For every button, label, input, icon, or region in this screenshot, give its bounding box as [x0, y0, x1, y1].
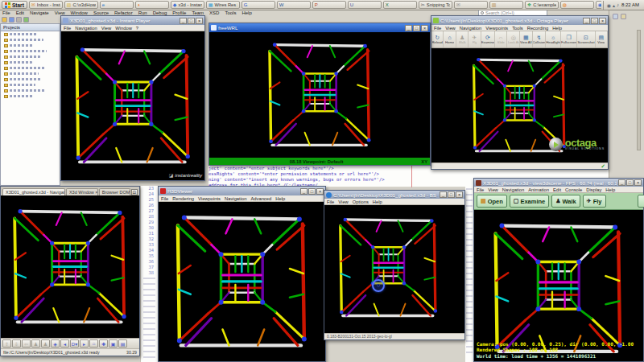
freewrl-viewport[interactable] — [209, 32, 430, 158]
menu-item[interactable]: File — [434, 26, 441, 31]
taskbar-window-button[interactable]: ▥ — [489, 1, 523, 9]
menu-item[interactable]: Navigation — [502, 187, 524, 192]
taskbar-window-button[interactable]: ▦ Wires Res [... — [206, 1, 240, 9]
tray-icon[interactable]: ♪ — [617, 2, 619, 8]
menu-item[interactable]: Help — [242, 10, 251, 16]
taskbar-window-button[interactable]: ✉ — [454, 1, 488, 9]
octaga-tool-button[interactable]: ⇔ Slide — [495, 31, 507, 47]
window-control-button[interactable]: _ — [440, 191, 447, 198]
menu-item[interactable]: Animation — [528, 187, 549, 192]
window-control-button[interactable]: × — [196, 18, 203, 24]
tree-item[interactable] — [1, 65, 60, 71]
tree-item[interactable] — [1, 71, 60, 76]
menu-item[interactable]: File — [327, 200, 334, 204]
taskbar-window-button[interactable]: ◗ — [135, 1, 169, 9]
menu-item[interactable]: Help — [373, 200, 382, 204]
taskbar-window-button[interactable]: ▨ C:\x3dHowto... — [64, 1, 98, 9]
taskbar-window-button[interactable]: ◍ — [560, 1, 594, 9]
octaga-tool-button[interactable]: ⌂ Home — [444, 31, 456, 47]
menu-item[interactable]: Navigation — [460, 26, 481, 31]
window-control-button[interactable]: × — [316, 188, 324, 195]
menu-item[interactable]: Options — [353, 200, 369, 204]
outline-view-icon[interactable] — [613, 14, 618, 19]
window-control-button[interactable]: □ — [308, 188, 316, 195]
cut-off-button[interactable] — [638, 195, 644, 208]
octaga-tool-button[interactable]: ◎ Look At — [507, 31, 519, 47]
tree-item[interactable] — [1, 31, 60, 37]
nav-mode-button[interactable]: ✈ Fly — [583, 195, 606, 208]
nav-mode-button[interactable]: ♟ Walk — [551, 195, 580, 208]
tree-item[interactable] — [1, 60, 60, 65]
octaga-titlebar[interactable]: C:\Users\jln\Desktop\X3D01_ghosted.x3d -… — [431, 16, 608, 25]
window-control-button[interactable]: × — [456, 191, 463, 198]
octaga-tool-button[interactable]: ❒ Fullscreen — [561, 31, 577, 47]
tree-item[interactable] — [1, 93, 60, 99]
save-icon[interactable] — [9, 17, 14, 23]
octaga-tool-button[interactable]: ▤ View — [596, 31, 608, 47]
octaga-tool-button[interactable]: ▦ View All — [520, 31, 533, 47]
nav-mode-button[interactable]: ▤ Open — [477, 195, 507, 208]
menu-item[interactable]: Tools — [512, 26, 523, 31]
run-icon[interactable] — [23, 17, 29, 23]
octaga-tool-button[interactable]: ⊡ Screenshot — [577, 31, 595, 47]
window-control-button[interactable]: _ — [405, 25, 412, 31]
tray-icon[interactable]: ◉ — [607, 2, 611, 8]
start-button[interactable]: Start — [2, 1, 27, 9]
taskbar-window-button[interactable]: G — [242, 1, 275, 9]
window-control-button[interactable]: □ — [413, 25, 420, 31]
bscontact-titlebar[interactable]: C:\Users\jln\Desktop\X3D01_ghosted.x3d -… — [324, 191, 464, 199]
window-control-button[interactable]: × — [634, 179, 642, 186]
menu-item[interactable]: Rendering — [172, 196, 194, 201]
octaga-viewport[interactable]: octaga VISUAL SOLUTIONS — [431, 48, 608, 162]
menu-item[interactable]: View — [488, 187, 497, 192]
h3dviewer-titlebar[interactable]: H3DViewer _□× — [159, 187, 325, 195]
taskbar-window-button[interactable]: U — [348, 1, 382, 9]
window-control-button[interactable]: □ — [591, 18, 598, 24]
nav-mode-button[interactable]: ⇦ — [22, 339, 31, 348]
menu-item[interactable]: Console — [565, 187, 582, 192]
viewer-tab[interactable]: X3D01_ghosted.x3d - Navigator — [2, 188, 65, 195]
menu-item[interactable]: Help — [275, 196, 285, 201]
window-control-button[interactable]: □ — [626, 179, 634, 186]
octaga-tool-button[interactable]: ⟳ Examine — [481, 31, 495, 47]
menu-item[interactable]: File — [477, 187, 484, 192]
window-control-button[interactable]: × — [421, 25, 428, 31]
view3dscene-titlebar[interactable]: X3D01_ghosted.x3d - view3dscene - FPS : … — [474, 179, 643, 187]
nav-mode-button[interactable]: ⇩ — [12, 339, 21, 348]
nav-mode-button[interactable]: ✚ — [99, 339, 108, 348]
taskbar-window-button[interactable]: P — [312, 1, 346, 9]
menu-item[interactable]: File — [2, 10, 10, 16]
taskbar-window-button[interactable]: ✉ Inbox - Insta... — [29, 1, 63, 9]
bscontact-viewport[interactable] — [324, 205, 464, 333]
nav-mode-button[interactable]: ▤ — [118, 339, 127, 348]
scrollbar[interactable] — [637, 30, 641, 150]
instant-player-viewport[interactable]: ◪ instantreality — [61, 31, 204, 180]
h3dviewer-viewport[interactable] — [159, 202, 325, 361]
print-icon[interactable] — [16, 17, 22, 23]
menu-item[interactable]: Display — [586, 187, 601, 192]
tree-item[interactable] — [1, 48, 60, 54]
menu-item[interactable]: Edit — [553, 187, 561, 192]
menu-item[interactable]: File — [64, 26, 71, 31]
tree-item[interactable] — [1, 76, 60, 82]
menu-item[interactable]: View — [445, 26, 455, 31]
window-control-button[interactable]: × — [599, 18, 606, 24]
taskbar-window-button[interactable]: e — [100, 1, 134, 9]
octaga-tool-button[interactable]: ↻ Reload — [431, 31, 444, 47]
project-explorer-header[interactable]: Projects — [1, 24, 60, 31]
viewer-tab[interactable]: X3d Window × — [66, 188, 98, 195]
window-control-button[interactable]: _ — [618, 179, 625, 186]
menu-item[interactable]: Window — [115, 26, 132, 31]
nav-mode-button[interactable]: ⇧ — [2, 339, 11, 348]
window-control-button[interactable]: _ — [583, 18, 590, 24]
tree-item[interactable] — [1, 43, 60, 48]
taskbar-window-button[interactable]: W — [277, 1, 311, 9]
clock[interactable]: 8:22 AM — [621, 2, 639, 7]
new-file-icon[interactable] — [2, 17, 7, 23]
nav-mode-button[interactable]: ▣ — [109, 339, 118, 348]
menu-item[interactable]: ? — [136, 26, 138, 31]
nav-mode-button[interactable]: ◂ — [60, 339, 69, 348]
taskbar-window-button[interactable]: ❖ C:\example... — [525, 1, 559, 9]
window-control-button[interactable]: □ — [448, 191, 455, 198]
nav-mode-button[interactable]: ⌂ — [89, 339, 98, 348]
